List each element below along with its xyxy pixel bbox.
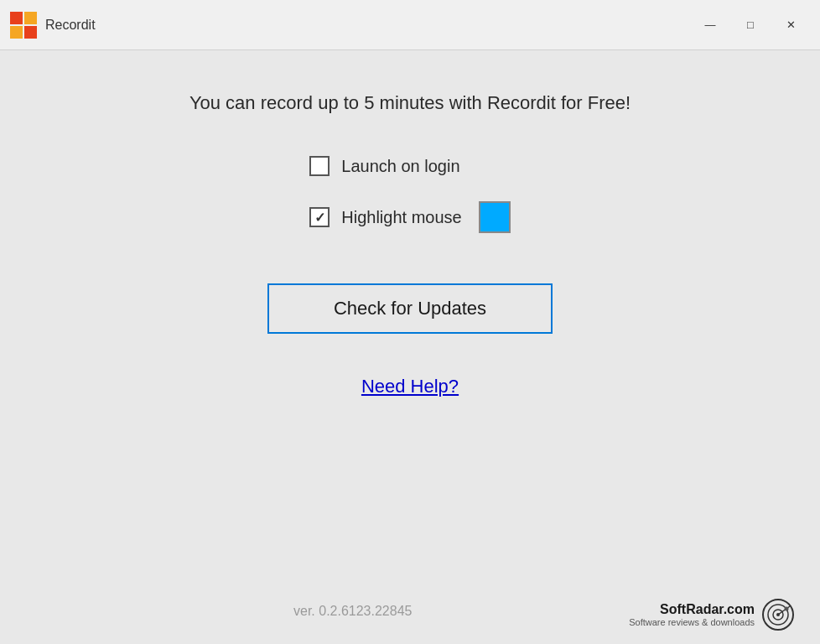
maximize-button[interactable]: □ [731,10,770,40]
softradar-name: SoftRadar.com [629,602,755,617]
highlight-mouse-row: Highlight mouse [309,201,510,233]
svg-rect-0 [10,12,23,24]
svg-rect-2 [10,26,23,39]
radar-icon [761,598,795,631]
launch-on-login-checkbox[interactable] [309,156,330,176]
options-section: Launch on login Highlight mouse [309,156,510,233]
app-icon [10,12,37,39]
highlight-color-swatch[interactable] [479,201,511,233]
highlight-mouse-label: Highlight mouse [341,208,461,227]
launch-on-login-label: Launch on login [341,157,459,176]
softradar-info: SoftRadar.com Software reviews & downloa… [629,602,755,627]
highlight-mouse-checkbox[interactable] [309,207,330,227]
headline-text: You can record up to 5 minutes with Reco… [189,92,631,114]
svg-point-9 [785,607,789,611]
softradar-badge: SoftRadar.com Software reviews & downloa… [629,598,795,631]
svg-rect-3 [24,26,37,39]
close-button[interactable]: ✕ [771,10,810,40]
main-content: You can record up to 5 minutes with Reco… [0,50,820,644]
launch-on-login-row: Launch on login [309,156,459,176]
check-updates-button[interactable]: Check for Updates [267,283,553,334]
svg-rect-1 [24,12,37,24]
need-help-link[interactable]: Need Help? [361,376,459,397]
softradar-sub: Software reviews & downloads [629,617,755,627]
version-text: ver. 0.2.6123.22845 [293,604,412,619]
window-controls: — □ ✕ [691,10,810,40]
app-title: Recordit [45,18,691,33]
minimize-button[interactable]: — [691,10,729,40]
title-bar: Recordit — □ ✕ [0,0,820,50]
